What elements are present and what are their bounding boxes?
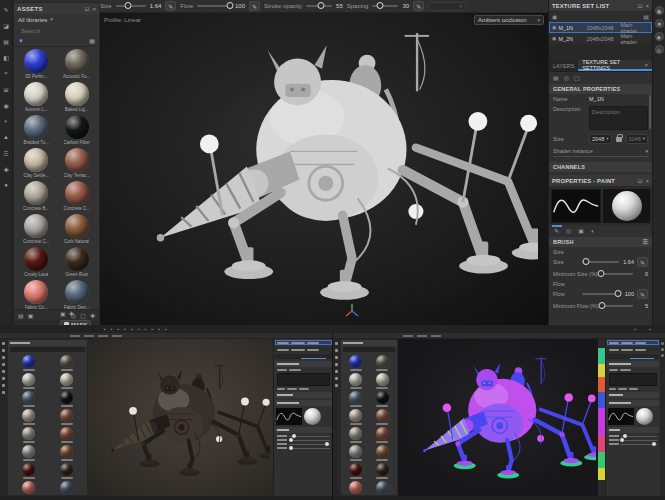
material-item[interactable]: Baked Lig... bbox=[58, 82, 97, 114]
material-item[interactable]: Crusty Lava bbox=[17, 247, 56, 279]
material-item[interactable]: Concrete C... bbox=[17, 214, 56, 246]
tab-layers[interactable]: LAYERS bbox=[549, 60, 578, 71]
min-size-slider[interactable] bbox=[600, 273, 633, 275]
material-item[interactable]: Carbon Fiber bbox=[58, 115, 97, 147]
description-input[interactable] bbox=[589, 106, 648, 130]
globe-icon[interactable]: ◎ bbox=[564, 75, 569, 81]
size-height-dropdown[interactable]: 2048 ▾ bbox=[626, 134, 649, 144]
import-resource-icon[interactable]: ▤ bbox=[18, 313, 24, 319]
close-icon[interactable]: × bbox=[645, 3, 649, 9]
polygon-fill-tool-icon[interactable]: ◧ bbox=[1, 52, 11, 62]
tab-texture-set-settings[interactable]: TEXTURE SET SETTINGS × bbox=[578, 60, 652, 71]
visibility-eye-icon[interactable]: ◉ bbox=[552, 36, 556, 41]
eraser-tool-icon[interactable]: ◪ bbox=[1, 20, 11, 30]
display-settings-icon[interactable]: ▣ bbox=[655, 6, 664, 15]
particles-tab-icon[interactable]: ◎ bbox=[566, 228, 571, 234]
size-width-dropdown[interactable]: 2048 ▾ bbox=[589, 134, 612, 144]
spacing-value[interactable]: 30 bbox=[402, 3, 409, 9]
material-item[interactable]: 3D Perlin... bbox=[17, 49, 56, 81]
spacing-slider[interactable] bbox=[372, 5, 398, 7]
smudge-tool-icon[interactable]: ≈ bbox=[1, 68, 11, 78]
search-input[interactable] bbox=[21, 28, 99, 34]
size-value[interactable]: 1.64 bbox=[150, 3, 162, 9]
material-item[interactable]: Acoustic Fo... bbox=[58, 49, 97, 81]
layers-tool-icon[interactable]: ☰ bbox=[1, 148, 11, 158]
texture-set-row[interactable]: ◉ M_1N 2048x2048 Main shader bbox=[549, 22, 652, 33]
size-pressure-pencil-icon[interactable]: ✎ bbox=[165, 1, 176, 11]
grid-view-icon[interactable]: ▦ bbox=[89, 38, 95, 44]
projection-tool-icon[interactable]: ▤ bbox=[1, 36, 11, 46]
stroke-opacity-slider[interactable] bbox=[306, 5, 332, 7]
statusbar-icon[interactable]: ▪ bbox=[649, 327, 651, 332]
dock-icon[interactable]: ⊡ bbox=[84, 6, 89, 12]
min-size-value[interactable]: 0 bbox=[636, 271, 648, 277]
statusbar-icon[interactable]: ▪ bbox=[124, 327, 126, 332]
dock-icon[interactable]: ⊡ bbox=[637, 3, 642, 9]
material-item[interactable]: Cork Natural bbox=[58, 214, 97, 246]
material-item[interactable]: Concrete C... bbox=[58, 181, 97, 213]
min-flow-slider[interactable] bbox=[600, 305, 633, 307]
material-picker-tool-icon[interactable]: ◉ bbox=[1, 100, 11, 110]
flow-value[interactable]: 100 bbox=[622, 291, 634, 297]
statusbar-icon[interactable]: ▪ bbox=[151, 327, 153, 332]
size-pressure-pencil-icon[interactable]: ✎ bbox=[637, 257, 648, 267]
material-item[interactable]: Concrete B... bbox=[17, 181, 56, 213]
reframe-icon[interactable]: ▢ bbox=[574, 75, 580, 81]
min-flow-value[interactable]: 5 bbox=[636, 303, 648, 309]
quick-mask-tool-icon[interactable]: ◐ bbox=[1, 116, 11, 126]
statusbar-icon[interactable]: ▪ bbox=[118, 327, 120, 332]
history-icon[interactable]: ◎ bbox=[655, 45, 664, 54]
paint-brush-tool-icon[interactable]: ✎ bbox=[1, 4, 11, 14]
statusbar-icon[interactable]: ▪ bbox=[138, 327, 140, 332]
statusbar-icon[interactable]: ▪ bbox=[158, 327, 160, 332]
flow-slider[interactable] bbox=[582, 293, 619, 295]
stack-icon[interactable]: ▤ bbox=[643, 14, 649, 20]
flow-slider[interactable] bbox=[197, 5, 231, 7]
axis-gizmo[interactable] bbox=[344, 303, 360, 319]
camera-settings-icon[interactable]: ◉ bbox=[655, 32, 664, 41]
material-item[interactable]: Clay Terrac... bbox=[58, 148, 97, 180]
folder-add-icon[interactable]: ▣ bbox=[60, 311, 66, 317]
texture-set-row[interactable]: ◉ M_2N 2048x2048 Main shader bbox=[549, 33, 652, 44]
save-icon[interactable]: ▤ bbox=[553, 75, 559, 81]
close-icon[interactable]: × bbox=[645, 178, 649, 184]
material-tab-icon[interactable]: ◐ bbox=[591, 228, 595, 234]
geometry-tool-icon[interactable]: ▲ bbox=[1, 132, 11, 142]
preset-list-icon[interactable]: ☰ bbox=[642, 239, 648, 245]
size-value[interactable]: 1.64 bbox=[622, 259, 634, 265]
shading-mode-dropdown[interactable]: Ambient occlusion ▾ bbox=[474, 15, 544, 25]
material-item[interactable]: Autumn L... bbox=[17, 82, 56, 114]
close-icon[interactable]: × bbox=[644, 62, 648, 68]
name-value[interactable]: M_1N bbox=[589, 96, 604, 102]
material-item[interactable]: Green Rust bbox=[58, 247, 97, 279]
shader-instance-dropdown[interactable]: Shader instance ▾ bbox=[553, 146, 648, 157]
spacing-pressure-pencil-icon[interactable]: ✎ bbox=[413, 1, 424, 11]
statusbar-icon[interactable]: ▪ bbox=[111, 327, 113, 332]
add-library-icon[interactable]: ✚ bbox=[90, 313, 95, 319]
material-item[interactable]: Fabric Den... bbox=[58, 280, 97, 309]
alignment-dropdown[interactable]: ▾ bbox=[428, 2, 466, 11]
material-item[interactable]: Clay Settle... bbox=[17, 148, 56, 180]
settings-scrollbar[interactable] bbox=[649, 95, 651, 129]
stencil-tab-icon[interactable]: ▣ bbox=[578, 228, 584, 234]
flow-value[interactable]: 100 bbox=[235, 3, 245, 9]
material-item[interactable]: Braided Tu... bbox=[17, 115, 56, 147]
dock-icon[interactable]: ⊡ bbox=[637, 178, 642, 184]
folder-icon[interactable]: ▣ bbox=[28, 313, 34, 319]
statusbar-icon[interactable]: ▪ bbox=[165, 327, 167, 332]
clone-tool-icon[interactable]: ⊞ bbox=[1, 84, 11, 94]
flow-pressure-pencil-icon[interactable]: ✎ bbox=[637, 289, 648, 299]
material-item[interactable]: Fabric Co... bbox=[17, 280, 56, 309]
viewport-3d[interactable]: Profile: Linear Ambient occlusion ▾ bbox=[100, 13, 548, 325]
lock-icon[interactable] bbox=[616, 137, 622, 142]
library-selector[interactable]: All libraries ▾ bbox=[14, 14, 99, 25]
funnel-filter-icon[interactable]: ▼ bbox=[18, 38, 24, 44]
add-tool-icon[interactable]: ✚ bbox=[1, 164, 11, 174]
plus-icon[interactable]: ✚ bbox=[69, 311, 74, 317]
size-slider[interactable] bbox=[582, 261, 619, 263]
statusbar-icon[interactable]: ▪ bbox=[131, 327, 133, 332]
statusbar-icon[interactable]: ▪ bbox=[145, 327, 147, 332]
visibility-eye-icon[interactable]: ◉ bbox=[552, 14, 557, 20]
statusbar-icon[interactable]: ▪ bbox=[634, 327, 636, 332]
frame-icon[interactable]: ▢ bbox=[80, 313, 86, 319]
